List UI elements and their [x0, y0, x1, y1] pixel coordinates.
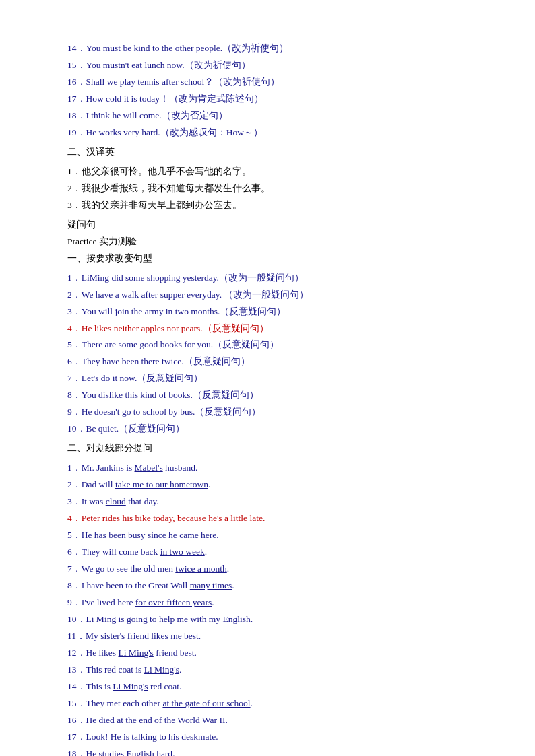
practice-title: Practice 实力测验: [67, 234, 481, 250]
ul-span-7: twice a month: [175, 563, 226, 574]
ul-span-18: hard: [156, 749, 172, 756]
change-5: 5．There are some good books for you.（反意疑…: [67, 337, 481, 353]
ul-8: 8．I have been to the Great Wall many tim…: [67, 578, 481, 594]
change-1: 1．LiMing did some shopping yesterday.（改为…: [67, 270, 481, 287]
section-underline-title: 二、对划线部分提问: [67, 440, 481, 457]
section-imperatives: 14．You must be kind to the other people.…: [67, 40, 481, 141]
ul-span-14: Li Ming's: [113, 681, 148, 691]
change-10: 10．Be quiet.（反意疑问句）: [67, 421, 481, 438]
ul-span-16: at the end of the World War II: [117, 715, 225, 725]
ul-span-11: My sister's: [86, 631, 125, 641]
change-type-title: 一、按要求改变句型: [67, 250, 481, 267]
change-7: 7．Let's do it now.（反意疑问句）: [67, 370, 481, 387]
cn-line-1: 1．他父亲很可怜。他几乎不会写他的名字。: [67, 164, 481, 180]
ul-span-4: because he's a little late: [177, 513, 263, 523]
line-19: 19．He works very hard.（改为感叹句：How～）: [67, 125, 481, 141]
ul-13: 13．This red coat is Li Ming's.: [67, 662, 481, 679]
ul-span-12: Li Ming's: [119, 648, 154, 658]
ul-span-15: at the gate of our school: [162, 698, 250, 708]
cn-line-3: 3．我的父亲并非每天早上都到办公室去。: [67, 197, 481, 214]
ul-span-13: Li Ming's: [144, 664, 179, 675]
ul-span-10: Li Ming: [86, 614, 117, 624]
line-16: 16．Shall we play tennis after school？（改为…: [67, 74, 481, 91]
ul-span-8: many times: [190, 580, 232, 590]
line-18: 18．I think he will come.（改为否定句）: [67, 108, 481, 125]
ul-10: 10．Li Ming is going to help me with my E…: [67, 611, 481, 628]
ul-span-17: his deskmate: [168, 732, 216, 742]
line-15: 15．You mustn't eat lunch now.（改为祈使句）: [67, 57, 481, 74]
document-content: 14．You must be kind to the other people.…: [67, 40, 481, 756]
ul-span-9: for over fifteen years: [135, 597, 212, 607]
translation-heading: 二、汉译英: [67, 144, 481, 161]
ul-18: 18．He studies English hard.: [67, 746, 481, 756]
ul-3: 3．It was cloud that day.: [67, 493, 481, 510]
change-9: 9．He doesn't go to school by bus.（反意疑问句）: [67, 404, 481, 421]
section-change-type: 1．LiMing did some shopping yesterday.（改为…: [67, 270, 481, 438]
change-8: 8．You dislike this kind of books.（反意疑问句）: [67, 387, 481, 404]
ul-span-2: take me to our hometown: [115, 479, 208, 489]
cn-line-2: 2．我很少看报纸，我不知道每天都发生什么事。: [67, 180, 481, 197]
ul-span-1: Mabel's: [135, 462, 163, 473]
ul-14: 14．This is Li Ming's red coat.: [67, 679, 481, 695]
ul-2: 2．Dad will take me to our hometown.: [67, 477, 481, 493]
line-14: 14．You must be kind to the other people.…: [67, 40, 481, 57]
ul-17: 17．Look! He is talking to his deskmate.: [67, 729, 481, 746]
change-4: 4．He likes neither apples nor pears.（反意疑…: [67, 320, 481, 337]
ul-15: 15．They met each other at the gate of ou…: [67, 695, 481, 712]
change-2: 2．We have a walk after supper everyday. …: [67, 287, 481, 304]
change-3: 3．You will join the army in two months.（…: [67, 304, 481, 320]
ul-11: 11．My sister's friend likes me best.: [67, 628, 481, 645]
ul-7: 7．We go to see the old men twice a month…: [67, 561, 481, 578]
ul-12: 12．He likes Li Ming's friend best.: [67, 645, 481, 662]
ul-9: 9．I've lived here for over fifteen years…: [67, 594, 481, 611]
line-17: 17．How cold it is today！（改为肯定式陈述句）: [67, 91, 481, 108]
section-translation-title: 二、汉译英: [67, 144, 481, 161]
ul-span-3: cloud: [106, 496, 126, 506]
section-question-heading: 疑问句 Practice 实力测验 一、按要求改变句型: [67, 217, 481, 267]
ul-span-5: since he came here: [148, 530, 216, 540]
section-underline: 1．Mr. Jankins is Mabel's husband. 2．Dad …: [67, 460, 481, 756]
ul-6: 6．They will come back in two week.: [67, 544, 481, 561]
question-title: 疑问句: [67, 217, 481, 234]
change-6: 6．They have been there twice.（反意疑问句）: [67, 353, 481, 370]
ul-4: 4．Peter rides his bike today, because he…: [67, 510, 481, 527]
ul-5: 5．He has been busy since he came here.: [67, 527, 481, 544]
ul-1: 1．Mr. Jankins is Mabel's husband.: [67, 460, 481, 477]
underline-heading: 二、对划线部分提问: [67, 440, 481, 457]
ul-span-6: in two week: [160, 547, 205, 557]
ul-16: 16．He died at the end of the World War I…: [67, 712, 481, 729]
section-translation: 1．他父亲很可怜。他几乎不会写他的名字。 2．我很少看报纸，我不知道每天都发生什…: [67, 164, 481, 214]
